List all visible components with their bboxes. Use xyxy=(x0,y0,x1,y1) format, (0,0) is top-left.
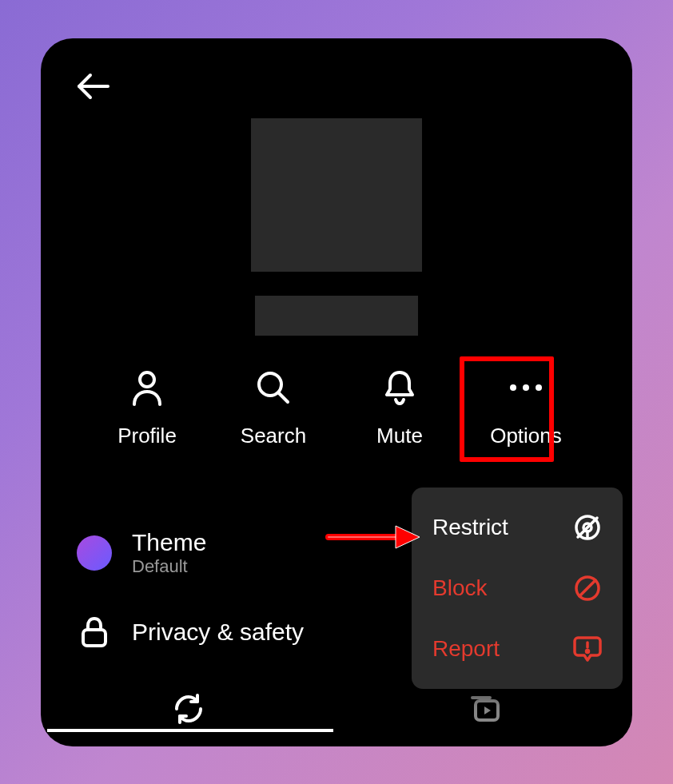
svg-point-1 xyxy=(140,372,154,387)
svg-point-4 xyxy=(510,384,516,391)
theme-sub: Default xyxy=(132,556,206,577)
svg-point-17 xyxy=(587,650,589,652)
theme-icon xyxy=(76,535,113,571)
name-placeholder xyxy=(255,296,418,336)
bell-icon xyxy=(384,369,416,406)
block-label: Block xyxy=(432,575,487,601)
mute-button[interactable]: Mute xyxy=(360,369,440,448)
svg-point-5 xyxy=(523,384,529,391)
avatar-placeholder xyxy=(251,118,422,272)
svg-point-6 xyxy=(536,384,542,391)
svg-marker-9 xyxy=(484,706,491,714)
restrict-item[interactable]: Restrict xyxy=(412,497,623,558)
mute-label: Mute xyxy=(376,424,423,448)
refresh-icon xyxy=(173,694,204,724)
actions-row: Profile Search Mute xyxy=(41,369,632,448)
restrict-icon xyxy=(573,513,602,542)
more-icon xyxy=(508,369,544,406)
app-screen: Profile Search Mute xyxy=(41,38,632,746)
options-button[interactable]: Options xyxy=(486,369,566,448)
report-icon xyxy=(573,635,602,663)
svg-line-3 xyxy=(279,393,288,402)
block-icon xyxy=(573,574,602,603)
search-button[interactable]: Search xyxy=(233,369,313,448)
options-label: Options xyxy=(490,424,562,448)
theme-title: Theme xyxy=(132,529,206,556)
options-popup: Restrict Block Report xyxy=(412,488,623,689)
back-arrow-icon xyxy=(74,72,110,101)
block-item[interactable]: Block xyxy=(412,558,623,619)
profile-button[interactable]: Profile xyxy=(107,369,187,448)
profile-icon xyxy=(130,369,164,406)
back-button[interactable] xyxy=(74,72,110,104)
report-item[interactable]: Report xyxy=(412,619,623,679)
search-icon xyxy=(256,369,291,406)
tab-refresh[interactable] xyxy=(41,694,336,724)
search-label: Search xyxy=(241,424,306,448)
restrict-label: Restrict xyxy=(432,515,508,540)
profile-label: Profile xyxy=(117,424,177,448)
tab-indicator xyxy=(47,729,333,732)
privacy-title: Privacy & safety xyxy=(132,619,304,646)
tab-media[interactable] xyxy=(336,694,632,723)
svg-line-15 xyxy=(579,580,595,596)
bottom-tabs xyxy=(41,681,632,737)
svg-rect-7 xyxy=(83,630,106,646)
media-icon xyxy=(468,694,501,723)
report-label: Report xyxy=(432,636,500,662)
lock-icon xyxy=(76,614,113,651)
